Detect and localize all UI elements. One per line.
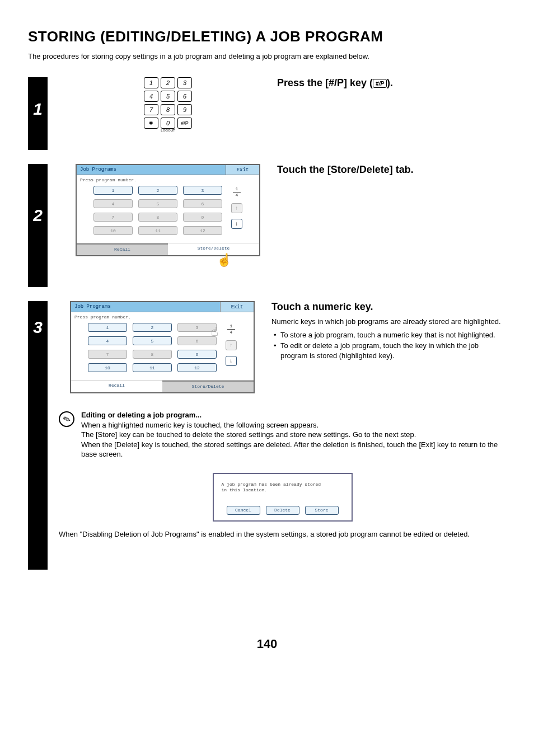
step-number: 3 — [33, 318, 43, 337]
program-key-5[interactable]: 5 — [133, 336, 172, 345]
program-key-9[interactable]: 9 — [177, 350, 217, 359]
program-key-1[interactable]: 1 — [93, 186, 133, 195]
step-2: 2 Job Programs Exit Press program number… — [28, 164, 506, 287]
program-key-3[interactable]: 3 — [183, 186, 222, 195]
step-number-col: 1 — [28, 77, 48, 150]
step3-panel-graphic: Job Programs Exit Press program number. … — [59, 301, 266, 393]
keypad-logout-label: LOGOUT — [144, 129, 192, 132]
page-current: 1 — [227, 324, 235, 328]
keypad-key: 4 — [144, 91, 158, 102]
program-key-2[interactable]: 2 — [138, 186, 177, 195]
program-key-2[interactable]: 2 — [133, 323, 172, 332]
keypad-key: 1 — [144, 77, 158, 88]
step1-title-b: ). — [387, 77, 393, 88]
pencil-note-icon: ✎ — [57, 409, 77, 429]
dialog-store-button[interactable]: Store — [305, 506, 339, 515]
program-key-11[interactable]: 11 — [138, 226, 177, 235]
step1-title-a: Press the [#/P] key ( — [277, 77, 373, 88]
page-down-button[interactable]: ↓ — [231, 219, 242, 229]
step-number: 2 — [33, 206, 43, 225]
step2-title: Touch the [Store/Delete] tab. — [277, 164, 506, 176]
panel-number-grid: 123456789101112 — [93, 186, 222, 235]
keypad-hp-key: #/P — [177, 118, 192, 129]
step1-title: Press the [#/P] key (#/P). — [277, 77, 506, 89]
panel-exit-button[interactable]: Exit — [220, 302, 254, 312]
dialog-msg-line: in this location. — [222, 487, 268, 492]
keypad-key: 3 — [177, 77, 192, 88]
program-key-10[interactable]: 10 — [88, 363, 127, 372]
program-key-5[interactable]: 5 — [138, 199, 177, 208]
dialog-msg-line: A job program has been already stored — [222, 482, 321, 487]
panel-exit-button[interactable]: Exit — [226, 165, 259, 175]
step3-bullet: To edit or delete a job program, touch t… — [274, 341, 506, 360]
program-key-12[interactable]: 12 — [183, 226, 222, 235]
step-number: 1 — [33, 100, 43, 119]
touch-panel: Job Programs Exit Press program number. … — [70, 301, 255, 393]
program-key-6[interactable]: 6 — [183, 199, 222, 208]
dialog-cancel-button[interactable]: Cancel — [227, 506, 260, 515]
program-key-8[interactable]: 8 — [138, 213, 177, 222]
page-current: 1 — [233, 187, 241, 191]
program-key-3[interactable]: 3☝ — [177, 323, 217, 332]
keypad-graphic: 1 2 3 4 5 6 7 8 9 ✱ 0 #/P LOGOUT — [64, 77, 271, 132]
note-line: When the [Delete] key is touched, the st… — [81, 440, 498, 459]
hand-cursor-icon: ☝ — [217, 253, 232, 267]
panel-title: Job Programs — [71, 302, 220, 312]
step3-title: Touch a numeric key. — [271, 301, 506, 313]
note-block: ✎ Editing or deleting a job program... W… — [59, 410, 506, 459]
panel-subtitle: Press program number. — [77, 175, 259, 186]
program-key-7[interactable]: 7 — [93, 213, 133, 222]
page-up-button[interactable]: ↑ — [231, 203, 242, 213]
keypad-key: 6 — [177, 91, 192, 102]
program-key-12[interactable]: 12 — [177, 363, 217, 372]
tab-recall[interactable]: Recall — [71, 381, 162, 392]
keypad-key: 7 — [144, 104, 158, 115]
program-key-10[interactable]: 10 — [93, 226, 133, 235]
panel-number-grid: 123☝456789101112 — [88, 323, 217, 372]
keypad-key: 9 — [177, 104, 192, 115]
tab-store-delete[interactable]: Store/Delete — [162, 381, 254, 392]
keypad-zero-key: 0 — [161, 118, 175, 129]
note-line: When a highlighted numeric key is touche… — [81, 421, 318, 429]
page-total: 4 — [227, 330, 235, 335]
dialog-delete-button[interactable]: Delete — [266, 506, 299, 515]
hand-cursor-icon: ☝ — [211, 327, 218, 339]
tab-store-delete[interactable]: Store/Delete — [168, 243, 259, 255]
program-key-4[interactable]: 4 — [93, 199, 133, 208]
keypad-key: 2 — [161, 77, 175, 88]
page-indicator: 1 4 — [233, 187, 241, 198]
keypad-star-key: ✱ — [144, 118, 158, 129]
keypad-key: 5 — [161, 91, 175, 102]
confirm-dialog: A job program has been already stored in… — [213, 473, 353, 522]
note-line: The [Store] key can be touched to delete… — [81, 430, 416, 439]
step-number-col: 3 — [28, 301, 48, 570]
page-indicator: 1 4 — [227, 324, 235, 335]
step-number-col: 2 — [28, 164, 48, 287]
page-number: 140 — [28, 637, 506, 651]
panel-title: Job Programs — [77, 165, 226, 175]
note-heading: Editing or deleting a job program... — [81, 411, 202, 419]
step2-panel-graphic: Job Programs Exit Press program number. … — [64, 164, 271, 266]
footnote: When "Disabling Deletion of Job Programs… — [59, 529, 470, 539]
intro-text: The procedures for storing copy settings… — [28, 52, 506, 60]
page-down-button[interactable]: ↓ — [226, 356, 237, 366]
page-total: 4 — [233, 193, 241, 198]
step3-desc: Numeric keys in which job programs are a… — [271, 317, 506, 327]
touch-panel: Job Programs Exit Press program number. … — [76, 164, 260, 256]
program-key-7[interactable]: 7 — [88, 350, 127, 359]
program-key-9[interactable]: 9 — [183, 213, 222, 222]
keypad-key: 8 — [161, 104, 175, 115]
step3-bullet: To store a job program, touch a numeric … — [274, 330, 506, 340]
program-key-11[interactable]: 11 — [133, 363, 172, 372]
page-title: STORING (EDITING/DELETING) A JOB PROGRAM — [28, 28, 506, 45]
panel-subtitle: Press program number. — [71, 312, 254, 323]
step-3: 3 Job Programs Exit Press program number… — [28, 301, 506, 570]
hp-key-inline: #/P — [373, 79, 387, 88]
program-key-4[interactable]: 4 — [88, 336, 127, 345]
dialog-message: A job program has been already stored in… — [222, 482, 344, 494]
tab-recall[interactable]: Recall — [77, 243, 168, 255]
step-1: 1 1 2 3 4 5 6 7 8 9 ✱ 0 #/P LOGOUT — [28, 77, 506, 150]
program-key-1[interactable]: 1 — [88, 323, 127, 332]
page-up-button[interactable]: ↑ — [226, 340, 237, 350]
program-key-8[interactable]: 8 — [133, 350, 172, 359]
